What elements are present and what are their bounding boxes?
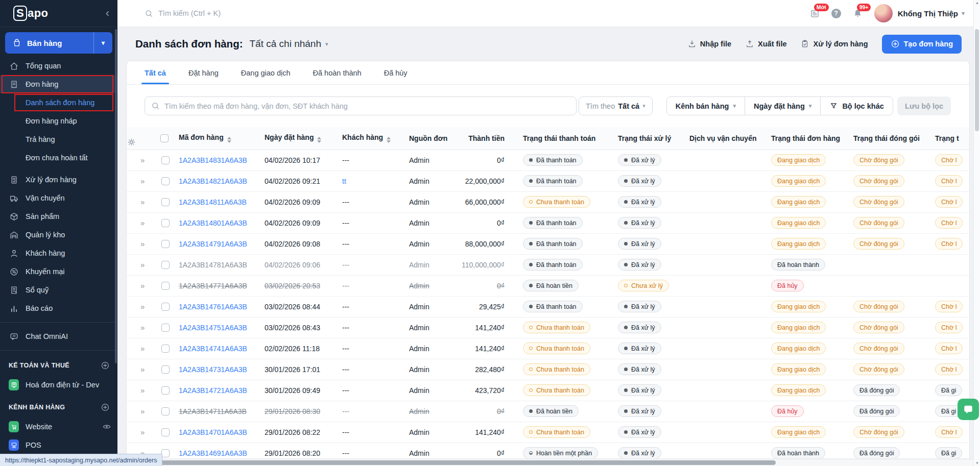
sidebar-item-quan-ly-kho[interactable]: Quản lý kho [0, 226, 117, 244]
sidebar-item-san-pham[interactable]: Sản phẩm [0, 207, 117, 226]
order-id-link[interactable]: 1A2A3B14791A6A3B [179, 240, 247, 248]
create-order-button[interactable]: Tạo đơn hàng [882, 35, 962, 54]
plus-circle-icon[interactable] [101, 361, 110, 370]
expand-row-icon[interactable]: » [128, 428, 145, 436]
column-settings-gear-icon[interactable] [127, 137, 158, 147]
scroll-up-arrow-icon[interactable]: ▲ [974, 1, 980, 5]
expand-row-icon[interactable]: » [128, 177, 145, 185]
order-id-link[interactable]: 1A2A3B14741A6A3B [179, 345, 247, 353]
order-date-filter-dropdown[interactable]: Ngày đặt hàng ▾ [745, 97, 820, 115]
sell-button-caret[interactable]: ▾ [93, 32, 112, 54]
sidebar-subitem-danh-sach-don-hang[interactable]: Danh sách đơn hàng [0, 93, 117, 112]
expand-row-icon[interactable]: » [128, 323, 145, 332]
more-filters-button[interactable]: Bộ lọc khác [820, 97, 892, 115]
sidebar-scrollbar-thumb[interactable] [115, 29, 117, 363]
global-search-input[interactable]: Tìm kiếm (Ctrl + K) [117, 9, 221, 18]
sidebar-item-xu-ly-don-hang[interactable]: Xử lý đơn hàng [0, 170, 117, 189]
column-header[interactable]: Mã đơn hàng [178, 127, 264, 150]
expand-row-icon[interactable]: » [128, 365, 145, 374]
row-checkbox[interactable] [161, 177, 170, 185]
row-checkbox[interactable] [161, 449, 170, 457]
import-file-button[interactable]: Nhập file [687, 39, 731, 48]
expand-row-icon[interactable]: » [128, 218, 145, 227]
find-by-dropdown[interactable]: Tìm theo Tất cả ▾ [579, 96, 653, 115]
row-checkbox[interactable] [161, 324, 170, 332]
sort-icon[interactable] [317, 137, 321, 143]
row-checkbox[interactable] [161, 345, 170, 353]
order-id-link[interactable]: 1A2A3B14801A6A3B [179, 219, 247, 227]
sort-icon[interactable] [387, 137, 391, 143]
plus-circle-icon[interactable] [101, 403, 110, 412]
notifications-button[interactable]: 99+ [852, 8, 863, 19]
tab-đặt-hàng[interactable]: Đặt hàng [188, 69, 219, 84]
order-id-link[interactable]: 1A2A3B14701A6A3B [179, 428, 247, 436]
sidebar-item-website[interactable]: Website [0, 418, 117, 436]
horizontal-scrollbar[interactable] [117, 459, 973, 466]
order-id-link[interactable]: 1A2A3B14731A6A3B [179, 365, 247, 374]
export-file-button[interactable]: Xuất file [745, 39, 786, 48]
sapo-logo[interactable]: Sapo [13, 6, 48, 21]
order-search-input[interactable]: Tìm kiếm theo mã đơn hàng, vận đơn, SĐT … [145, 96, 577, 115]
expand-row-icon[interactable]: » [128, 239, 145, 248]
sort-icon[interactable] [227, 137, 231, 143]
row-checkbox[interactable] [161, 407, 170, 415]
expand-row-icon[interactable]: » [128, 198, 145, 206]
column-header[interactable]: Khách hàng [341, 127, 408, 150]
sidebar-item-bao-cao[interactable]: Báo cáo [0, 299, 117, 317]
row-checkbox[interactable] [161, 198, 170, 206]
chat-widget-button[interactable] [958, 399, 979, 420]
tab-đã-hủy[interactable]: Đã hủy [384, 69, 408, 84]
save-filter-button[interactable]: Lưu bộ lọc [897, 96, 951, 115]
order-id-link[interactable]: 1A2A3B14721A6A3B [179, 386, 247, 395]
avatar[interactable] [874, 4, 893, 22]
horizontal-scrollbar-thumb[interactable] [119, 460, 776, 465]
select-all-checkbox[interactable] [160, 134, 169, 142]
vertical-scrollbar[interactable]: ▲ ▼ [973, 0, 980, 466]
expand-row-icon[interactable]: » [128, 302, 145, 311]
expand-row-icon[interactable]: » [128, 407, 145, 415]
user-name[interactable]: Khổng Thị Thiệp [898, 9, 958, 18]
row-checkbox[interactable] [161, 365, 170, 374]
user-menu-chevron-down-icon[interactable]: ▾ [962, 10, 965, 17]
order-id-link[interactable]: 1A2A3B14811A6A3B [179, 198, 247, 206]
channel-filter-dropdown[interactable]: Kênh bán hàng ▾ [667, 97, 745, 115]
tab-đang-giao-dịch[interactable]: Đang giao dịch [241, 69, 291, 84]
scroll-down-arrow-icon[interactable]: ▼ [974, 461, 980, 465]
expand-row-icon[interactable]: » [128, 344, 145, 353]
row-checkbox[interactable] [161, 240, 170, 248]
sidebar-item-pos[interactable]: POS [0, 436, 117, 454]
order-id-link[interactable]: 1A2A3B14821A6A3B [179, 177, 247, 185]
expand-row-icon[interactable]: » [128, 260, 145, 269]
branch-selector[interactable]: Tất cả chi nhánh ▾ [249, 38, 328, 50]
row-checkbox[interactable] [161, 219, 170, 227]
customer-cell[interactable]: tt [342, 177, 346, 185]
sidebar-subitem-tra-hang[interactable]: Trả hàng [0, 130, 117, 149]
sidebar-item-hoa-don-dien-tu[interactable]: Hoá đơn điện tử - Dev [0, 376, 117, 394]
sidebar-item-don-hang[interactable]: Đơn hàng [0, 75, 117, 93]
tab-đã-hoàn-thành[interactable]: Đã hoàn thành [313, 69, 362, 84]
order-id-link[interactable]: 1A2A3B14751A6A3B [179, 324, 247, 332]
sell-button[interactable]: Bán hàng ▾ [5, 32, 112, 54]
column-header[interactable]: Ngày đặt hàng [264, 127, 341, 150]
sidebar-collapse-icon[interactable]: ‹ [106, 8, 109, 19]
expand-row-icon[interactable]: » [128, 281, 145, 290]
expand-row-icon[interactable]: » [128, 386, 145, 395]
help-button[interactable]: ? [831, 9, 841, 18]
sidebar-subitem-don-hang-nhap[interactable]: Đơn hàng nháp [0, 112, 117, 130]
order-id-link[interactable]: 1A2A3B14831A6A3B [179, 156, 247, 164]
tab-tất-cả[interactable]: Tất cả [145, 69, 166, 84]
sidebar-item-so-quy[interactable]: Sổ quỹ [0, 281, 117, 299]
row-checkbox[interactable] [161, 156, 170, 164]
vertical-scrollbar-thumb[interactable] [975, 29, 979, 131]
order-id-link[interactable]: 1A2A3B14691A6A3B [179, 449, 247, 457]
expand-row-icon[interactable]: » [128, 156, 145, 164]
row-checkbox[interactable] [161, 261, 170, 269]
sidebar-item-chat-omniai[interactable]: AIChat OmniAI [0, 327, 117, 346]
row-checkbox[interactable] [161, 282, 170, 290]
process-orders-button[interactable]: Xử lý đơn hàng [800, 39, 868, 48]
order-id-link[interactable]: 1A2A3B14761A6A3B [179, 303, 247, 311]
row-checkbox[interactable] [161, 303, 170, 311]
sidebar-item-khuyen-mai[interactable]: Khuyến mại [0, 262, 117, 281]
sidebar-item-khach-hang[interactable]: Khách hàng [0, 244, 117, 262]
row-checkbox[interactable] [161, 428, 170, 436]
